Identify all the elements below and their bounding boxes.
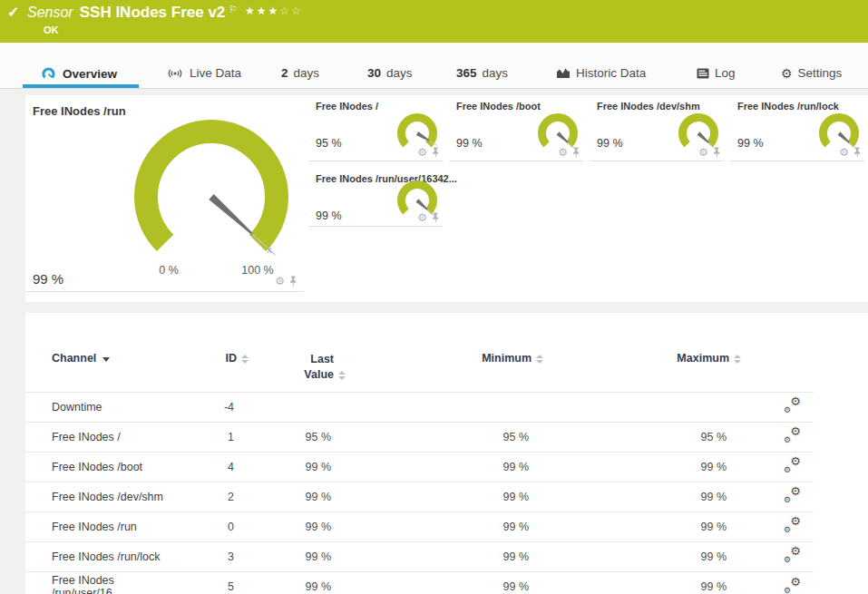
tab-overview[interactable]: Overview xyxy=(41,66,117,81)
gauge-cell-actions: ⚙ xyxy=(275,276,297,287)
gauge-free-inodes-root[interactable]: Free INodes / 95 % ⚙ xyxy=(308,95,443,161)
tab-settings[interactable]: ⚙ Settings xyxy=(781,66,842,80)
col-header-minimum[interactable]: Minimum xyxy=(346,340,543,392)
channel-name[interactable]: Free INodes /dev/shm xyxy=(25,482,179,511)
channel-table: Channel ID Last Value Minimum Maximum Do… xyxy=(25,340,814,594)
table-row[interactable]: Free INodes /boot 4 99 % 99 % 99 % ⚙⚙ xyxy=(25,452,814,482)
gear-icon[interactable]: ⚙ xyxy=(558,147,568,158)
channel-maximum xyxy=(543,392,741,422)
channel-settings-icon[interactable]: ⚙⚙ xyxy=(784,518,801,532)
col-header-id[interactable]: ID xyxy=(179,340,249,392)
col-header-channel[interactable]: Channel xyxy=(25,340,179,392)
col-header-last-value[interactable]: Last Value xyxy=(249,340,346,392)
log-list-icon xyxy=(697,68,709,79)
tab-bar: Overview Live Data 2 days 30 days 365 da… xyxy=(0,43,868,89)
table-row[interactable]: Free INodes / 1 95 % 95 % 95 % ⚙⚙ xyxy=(25,422,814,452)
sort-icon xyxy=(241,355,249,364)
gauge-free-inodes-run-lock[interactable]: Free INodes /run/lock 99 % ⚙ xyxy=(730,95,864,161)
status-badge: OK xyxy=(44,24,59,35)
gauge-cell-actions: ⚙ xyxy=(839,147,862,158)
gauge-cell-actions: ⚙ xyxy=(417,212,440,223)
col-header-maximum[interactable]: Maximum xyxy=(543,340,741,392)
pin-icon[interactable] xyxy=(431,212,440,223)
gauge-average-marker: x̄ xyxy=(267,244,272,255)
channel-settings-icon[interactable]: ⚙⚙ xyxy=(784,398,801,413)
channel-maximum: 99 % xyxy=(543,452,741,482)
gauge-free-inodes-boot[interactable]: Free INodes /boot 99 % ⚙ xyxy=(449,95,583,161)
stars-empty[interactable]: ☆☆ xyxy=(279,5,303,17)
gear-icon[interactable]: ⚙ xyxy=(839,147,849,158)
pin-icon[interactable] xyxy=(712,147,721,158)
pin-icon[interactable] xyxy=(853,147,862,158)
tab-30-days[interactable]: 30 days xyxy=(367,66,413,80)
sort-icon xyxy=(734,355,741,364)
channel-minimum: 95 % xyxy=(346,422,543,452)
channel-settings-icon[interactable]: ⚙⚙ xyxy=(784,488,801,502)
pin-icon[interactable] xyxy=(431,147,440,158)
channel-settings-icon[interactable]: ⚙⚙ xyxy=(784,458,801,472)
channel-name[interactable]: Free INodes /run/lock xyxy=(25,541,179,571)
channel-id: 2 xyxy=(179,482,249,511)
channel-settings-icon[interactable]: ⚙⚙ xyxy=(784,579,801,593)
tab-log[interactable]: Log xyxy=(697,66,736,80)
channel-settings-icon[interactable]: ⚙⚙ xyxy=(784,548,801,562)
col-header-actions xyxy=(741,340,814,392)
channel-name[interactable]: Free INodes /boot xyxy=(25,452,179,482)
gauge-value: 99 % xyxy=(597,137,623,150)
tab-365-days[interactable]: 365 days xyxy=(456,66,508,80)
channel-minimum: 99 % xyxy=(346,541,543,571)
channel-last-value: 99 % xyxy=(249,541,346,571)
gauge-value: 99 % xyxy=(456,137,483,150)
live-broadcast-icon xyxy=(166,67,184,80)
channel-minimum: 99 % xyxy=(346,482,543,511)
table-row[interactable]: Downtime -4 ⚙⚙ xyxy=(25,392,814,422)
tab-number: 2 xyxy=(281,66,288,80)
gear-icon[interactable]: ⚙ xyxy=(417,212,427,223)
gauge-primary[interactable]: Free INodes /run 0 % 100 % x̄ 99 % ⚙ xyxy=(25,95,304,292)
flag-icon[interactable]: ⚐ xyxy=(229,4,238,15)
active-tab-underline xyxy=(23,84,139,88)
channel-minimum: 99 % xyxy=(346,571,543,594)
gear-icon[interactable]: ⚙ xyxy=(275,276,285,287)
sensor-kind-label: Sensor xyxy=(27,5,73,20)
channel-minimum xyxy=(346,392,543,422)
sort-desc-icon xyxy=(102,357,110,362)
tab-live-data[interactable]: Live Data xyxy=(166,66,241,80)
area-chart-icon xyxy=(556,67,571,79)
table-row[interactable]: Free INodes /dev/shm 2 99 % 99 % 99 % ⚙⚙ xyxy=(25,482,814,511)
tab-label: Overview xyxy=(63,67,117,81)
gauge-cell-actions: ⚙ xyxy=(558,147,580,158)
sensor-header: ✓ SensorSSH INodes Free v2⚐ ★★★☆☆ OK xyxy=(0,0,868,43)
gear-icon: ⚙ xyxy=(781,67,793,80)
sort-icon xyxy=(536,355,543,364)
channel-maximum: 99 % xyxy=(543,482,741,511)
gauges-panel: Free INodes /run 0 % 100 % x̄ 99 % ⚙ Fre… xyxy=(25,95,868,302)
gauge-icon xyxy=(41,66,57,81)
channel-name[interactable]: Free INodes /run xyxy=(25,511,179,541)
table-row[interactable]: Free INodes /run 0 99 % 99 % 99 % ⚙⚙ xyxy=(25,511,814,541)
pin-icon[interactable] xyxy=(571,147,580,158)
tab-label: days xyxy=(294,66,320,80)
stars-filled[interactable]: ★★★ xyxy=(245,5,279,17)
channel-name[interactable]: Free INodes / xyxy=(25,422,179,452)
channel-name[interactable]: Downtime xyxy=(25,392,179,422)
gear-icon[interactable]: ⚙ xyxy=(698,147,708,158)
channel-id: 1 xyxy=(179,422,249,452)
gauge-dial xyxy=(75,108,347,280)
tab-2-days[interactable]: 2 days xyxy=(281,66,319,80)
channel-maximum: 95 % xyxy=(543,422,741,452)
gauge-free-inodes-dev-shm[interactable]: Free INodes /dev/shm 99 % ⚙ xyxy=(590,95,724,161)
table-row[interactable]: Free INodes /run/user/16... 5 99 % 99 % … xyxy=(25,571,814,594)
gauge-value: 99 % xyxy=(737,137,764,150)
gauge-free-inodes-run-user[interactable]: Free INodes /run/user/16342... 99 % ⚙ xyxy=(308,168,443,227)
priority-stars[interactable]: ★★★☆☆ xyxy=(245,5,303,17)
gear-icon[interactable]: ⚙ xyxy=(417,147,427,158)
pin-icon[interactable] xyxy=(288,276,297,287)
channel-minimum: 99 % xyxy=(346,452,543,482)
gauge-value: 99 % xyxy=(33,271,63,287)
table-row[interactable]: Free INodes /run/lock 3 99 % 99 % 99 % ⚙… xyxy=(25,541,814,571)
channel-name[interactable]: Free INodes /run/user/16... xyxy=(25,571,179,594)
channel-settings-icon[interactable]: ⚙⚙ xyxy=(784,428,801,443)
table-header-row: Channel ID Last Value Minimum Maximum xyxy=(25,340,814,392)
tab-historic-data[interactable]: Historic Data xyxy=(556,66,646,80)
